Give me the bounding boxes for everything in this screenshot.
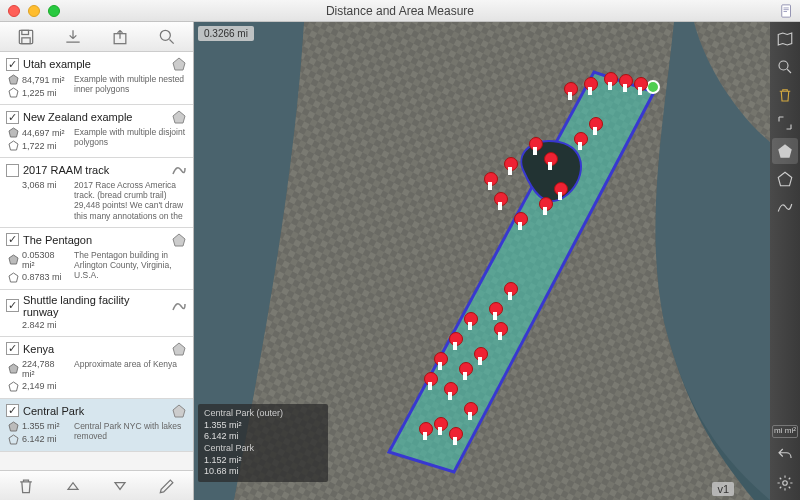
map-pin[interactable] [554,182,566,200]
polygon-icon [171,56,187,72]
polygon-tool-button[interactable] [772,138,798,164]
panel-area: 1.152 mi² [204,455,322,467]
svg-marker-23 [9,435,18,444]
polygon-outline-tool-button[interactable] [772,166,798,192]
checkbox[interactable]: ✓ [6,299,19,312]
map-pin[interactable] [434,352,446,370]
edit-button[interactable] [153,474,181,498]
svg-marker-19 [9,364,18,373]
map-pin[interactable] [564,82,576,100]
panel-perimeter: 10.68 mi [204,466,322,478]
map-pin[interactable] [449,332,461,350]
svg-marker-22 [9,422,18,431]
list-item[interactable]: 2017 RAAM track 3,068 mi 2017 Race Acros… [0,158,193,228]
map-pin[interactable] [434,417,446,435]
svg-point-8 [161,30,171,40]
map-pin[interactable] [619,74,631,92]
checkbox[interactable]: ✓ [6,404,19,417]
map-canvas[interactable]: 0.3266 mi Central Park (outer) 1.355 mi²… [194,22,770,500]
move-down-button[interactable] [106,474,134,498]
map-pin[interactable] [539,197,551,215]
sidebar: ✓ Utah example 84,791 mi² 1,225 mi Examp… [0,22,194,500]
map-pin[interactable] [474,347,486,365]
list-item[interactable]: ✓ Utah example 84,791 mi² 1,225 mi Examp… [0,52,193,105]
list-item[interactable]: ✓ The Pentagon 0.05308 mi² 0.8783 mi The… [0,228,193,290]
map-pin[interactable] [464,312,476,330]
list-item[interactable]: ✓ New Zealand example 44,697 mi² 1,722 m… [0,105,193,158]
map-pin[interactable] [489,302,501,320]
svg-rect-1 [784,8,789,9]
track-tool-button[interactable] [772,194,798,220]
map-pin[interactable] [514,212,526,230]
checkbox[interactable]: ✓ [6,111,19,124]
export-button[interactable] [106,25,134,49]
map-pin[interactable] [459,362,471,380]
map-pin[interactable] [464,402,476,420]
svg-rect-6 [21,37,29,43]
checkbox[interactable]: ✓ [6,233,19,246]
search-button[interactable] [772,54,798,80]
area-value: 0.05308 mi² [22,250,68,270]
list-item[interactable]: ✓ Shuttle landing facility runway 2.842 … [0,290,193,337]
map-pin[interactable] [504,157,516,175]
map-pin[interactable] [419,422,431,440]
area-value: 44,697 mi² [22,128,65,138]
map-pin[interactable] [589,117,601,135]
map-pin[interactable] [604,72,616,90]
track-icon [171,162,187,178]
import-button[interactable] [59,25,87,49]
map-pin[interactable] [529,137,541,155]
map-pin[interactable] [494,192,506,210]
item-title: Utah example [23,58,167,70]
checkbox[interactable]: ✓ [6,58,19,71]
settings-button[interactable] [772,470,798,496]
search-button[interactable] [153,25,181,49]
expand-button[interactable] [772,110,798,136]
map-pin[interactable] [634,77,646,95]
delete-button[interactable] [12,474,40,498]
checkbox[interactable]: ✓ [6,342,19,355]
list-item[interactable]: ✓ Central Park 1.355 mi² 6.142 mi Centra… [0,399,193,452]
map-pin[interactable] [484,172,496,190]
map-pin[interactable] [444,382,456,400]
svg-marker-13 [9,128,18,137]
perimeter-value: 1,225 mi [22,88,57,98]
version-badge: v1 [712,482,734,496]
clear-button[interactable] [772,82,798,108]
checkbox[interactable] [6,164,19,177]
map-pin[interactable] [494,322,506,340]
window-title: Distance and Area Measure [0,4,800,18]
panel-perimeter: 6.142 mi [204,431,322,443]
map-pin[interactable] [574,132,586,150]
item-title: Kenya [23,343,167,355]
units-button[interactable]: mi mi² [772,425,798,438]
item-description: 2017 Race Across America track. (bread c… [74,180,187,221]
item-description: The Pentagon building in Arlington Count… [74,250,187,283]
measurement-panel: Central Park (outer) 1.355 mi² 6.142 mi … [198,404,328,482]
vertex-handle[interactable] [646,80,660,94]
document-icon [780,4,794,18]
save-button[interactable] [12,25,40,49]
map-pin[interactable] [449,427,461,445]
map-pin[interactable] [584,77,596,95]
sidebar-list[interactable]: ✓ Utah example 84,791 mi² 1,225 mi Examp… [0,52,193,470]
undo-button[interactable] [772,442,798,468]
map-type-button[interactable] [772,26,798,52]
area-icon [8,363,19,374]
svg-marker-11 [9,88,18,97]
svg-marker-31 [778,172,792,186]
perimeter-value: 2,149 mi [22,381,57,391]
svg-marker-17 [9,273,18,282]
list-item[interactable]: ✓ Kenya 224,788 mi² 2,149 mi Approximate… [0,337,193,399]
svg-marker-16 [9,255,18,264]
move-up-button[interactable] [59,474,87,498]
svg-marker-20 [9,382,18,391]
svg-marker-21 [173,405,185,417]
svg-rect-2 [784,9,789,10]
map-pin[interactable] [504,282,516,300]
map-pin[interactable] [544,152,556,170]
map-pin[interactable] [424,372,436,390]
area-icon [8,74,19,85]
sidebar-top-toolbar [0,22,193,52]
perimeter-icon [8,140,19,151]
